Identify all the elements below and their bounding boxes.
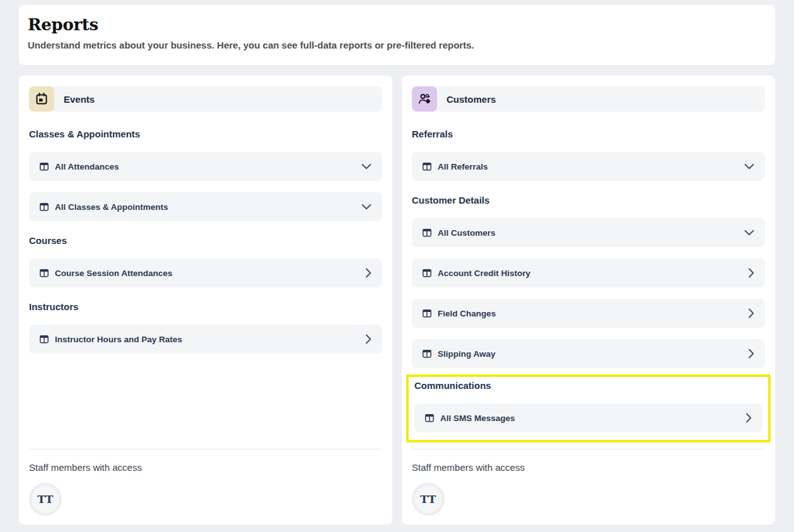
report-row-label: All Attendances	[55, 162, 119, 171]
report-row-label: Account Credit History	[438, 269, 530, 278]
section-heading-instructors: Instructors	[29, 302, 382, 312]
table-icon	[40, 269, 49, 277]
section-heading-courses: Courses	[29, 236, 382, 246]
report-row-all-referrals[interactable]: All Referrals	[412, 152, 765, 181]
report-row-slipping-away[interactable]: Slipping Away	[412, 339, 765, 368]
report-row-course-session-attendances[interactable]: Course Session Attendances	[29, 258, 382, 287]
chevron-down-icon	[361, 204, 371, 210]
footer-divider	[412, 449, 765, 449]
customers-card-footer: Staff members with access TT	[412, 449, 765, 516]
section-heading-customer-details: Customer Details	[412, 195, 765, 205]
report-row-all-customers[interactable]: All Customers	[412, 218, 765, 247]
report-row-label: Instructor Hours and Pay Rates	[55, 335, 182, 344]
report-row-label: All Customers	[438, 228, 496, 238]
chevron-right-icon	[746, 413, 752, 423]
calendar-icon	[29, 86, 54, 112]
communications-highlight-box: Communications All SMS Messages	[406, 374, 771, 442]
chevron-down-icon	[361, 164, 371, 170]
report-row-instructor-hours-pay-rates[interactable]: Instructor Hours and Pay Rates	[29, 325, 382, 354]
table-icon	[40, 162, 49, 171]
page-header: Reports Understand metrics about your bu…	[19, 5, 775, 65]
chevron-down-icon	[744, 164, 754, 170]
section-heading-classes-appointments: Classes & Appointments	[29, 129, 382, 139]
customers-card: Customers Referrals All Referrals Custom…	[402, 76, 775, 524]
report-row-all-sms-messages[interactable]: All SMS Messages	[414, 403, 762, 432]
report-row-label: Course Session Attendances	[55, 269, 172, 278]
table-icon	[40, 335, 49, 344]
footer-divider	[29, 449, 382, 449]
customers-card-title: Customers	[447, 94, 496, 105]
table-icon	[423, 228, 431, 237]
report-row-all-classes-appointments[interactable]: All Classes & Appointments	[29, 192, 382, 221]
staff-access-label: Staff members with access	[412, 462, 765, 473]
staff-access-label: Staff members with access	[29, 462, 382, 473]
report-row-label: All Classes & Appointments	[55, 202, 168, 212]
manage-accounts-icon	[412, 86, 437, 112]
chevron-down-icon	[744, 230, 754, 236]
section-heading-referrals: Referrals	[412, 129, 765, 139]
table-icon	[423, 349, 431, 358]
report-row-label: Field Changes	[438, 309, 496, 318]
chevron-right-icon	[366, 334, 371, 344]
report-row-account-credit-history[interactable]: Account Credit History	[412, 258, 765, 287]
page-subtitle: Understand metrics about your business. …	[28, 40, 766, 50]
chevron-right-icon	[366, 268, 371, 278]
chevron-right-icon	[749, 349, 754, 359]
table-icon	[423, 162, 431, 171]
report-row-label: All Referrals	[438, 162, 488, 171]
chevron-right-icon	[749, 308, 754, 318]
staff-avatar[interactable]: TT	[412, 483, 445, 516]
report-row-label: All SMS Messages	[440, 413, 515, 423]
staff-avatar[interactable]: TT	[29, 483, 62, 516]
events-card-title: Events	[64, 94, 95, 105]
table-icon	[423, 309, 431, 318]
report-row-field-changes[interactable]: Field Changes	[412, 299, 765, 328]
report-row-all-attendances[interactable]: All Attendances	[29, 152, 382, 181]
chevron-right-icon	[749, 268, 754, 278]
report-row-label: Slipping Away	[438, 349, 496, 359]
events-card-footer: Staff members with access TT	[29, 449, 382, 516]
customers-card-header: Customers	[412, 86, 765, 112]
table-icon	[425, 413, 434, 422]
table-icon	[40, 202, 49, 211]
table-icon	[423, 269, 431, 277]
events-card: Events Classes & Appointments All Attend…	[19, 76, 392, 524]
page-title: Reports	[28, 15, 766, 34]
events-card-header: Events	[29, 86, 382, 112]
section-heading-communications: Communications	[414, 381, 762, 391]
